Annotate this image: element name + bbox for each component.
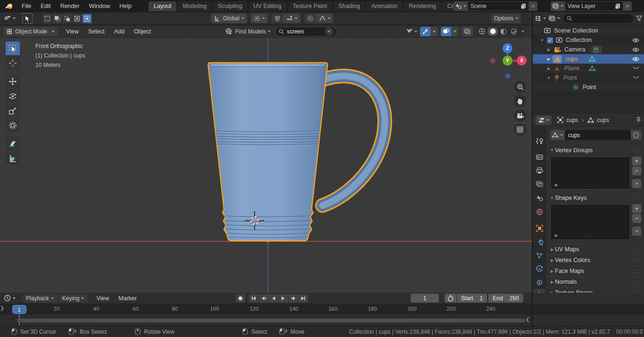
play-reverse-button[interactable] xyxy=(269,294,278,303)
vertex-groups-list[interactable]: ▶ :::: xyxy=(550,156,630,189)
viewport-menu-view[interactable]: View xyxy=(61,28,83,35)
playhead[interactable]: 1 xyxy=(12,305,26,314)
shading-dropdown[interactable] xyxy=(521,31,524,33)
playback-dropdown[interactable]: Playback xyxy=(22,294,58,303)
panel-grip-icon[interactable]: :::: xyxy=(634,279,641,285)
panel-uv-maps[interactable]: ▶UV Maps:::: xyxy=(546,244,644,255)
scene-name-field[interactable]: Scene xyxy=(468,1,529,11)
visibility-closed-eye-icon[interactable] xyxy=(633,66,639,70)
disclosure-down-icon[interactable]: ▼ xyxy=(546,76,552,80)
outliner-filter-icon[interactable] xyxy=(636,16,642,21)
timeline-menu-marker[interactable]: Marker xyxy=(114,295,141,302)
blender-logo-icon[interactable] xyxy=(5,3,13,9)
show-overlays-toggle-icon[interactable] xyxy=(441,27,451,36)
breadcrumb-data-label[interactable]: cups xyxy=(597,117,609,123)
find-models-dropdown[interactable]: Find Models xyxy=(225,28,271,35)
timeline-ruler[interactable]: 20 40 60 80 100 120 140 160 180 200 220 … xyxy=(0,304,644,314)
list-filter-toggle-icon[interactable]: ▶ xyxy=(553,233,559,238)
select-mode-extend-icon[interactable] xyxy=(53,14,62,23)
perspective-toggle-icon[interactable] xyxy=(514,123,526,136)
disclosure-right-icon[interactable]: ▶ xyxy=(546,48,552,52)
tab-object-icon[interactable] xyxy=(533,222,545,234)
tab-modeling[interactable]: Modeling xyxy=(177,1,212,11)
shading-solid-icon[interactable] xyxy=(487,27,498,36)
tab-output-icon[interactable] xyxy=(533,164,545,177)
use-preview-range-icon[interactable] xyxy=(445,294,456,303)
fake-user-shield-icon[interactable] xyxy=(631,130,641,140)
menu-window[interactable]: Window xyxy=(84,3,115,9)
view-layer-type-icon[interactable] xyxy=(551,1,565,11)
mug-body[interactable] xyxy=(208,63,327,242)
play-button[interactable] xyxy=(279,294,288,303)
visibility-eye-icon[interactable] xyxy=(632,38,639,43)
pan-view-icon[interactable] xyxy=(514,95,526,107)
select-mode-invert-icon[interactable] xyxy=(73,14,82,23)
viewport-menu-add[interactable]: Add xyxy=(109,28,129,35)
disclosure-right-icon[interactable]: ▶ xyxy=(546,57,552,61)
active-tool-icon[interactable] xyxy=(22,13,33,24)
editor-type-dropdown[interactable] xyxy=(4,15,16,22)
axis-y-ball[interactable]: Y xyxy=(503,56,512,66)
current-frame-field[interactable]: 1 xyxy=(411,294,439,303)
panel-grip-icon[interactable]: :::: xyxy=(634,258,641,263)
panel-divider[interactable] xyxy=(532,12,533,326)
tool-select-box-icon[interactable] xyxy=(6,41,20,55)
list-resize-grip-icon[interactable]: :::: xyxy=(586,233,594,238)
panel-vertex-groups[interactable]: ▼ Vertex Groups :::: xyxy=(546,145,644,156)
visibility-eye-icon[interactable] xyxy=(632,57,639,62)
tool-scale-icon[interactable] xyxy=(6,104,20,117)
object-visibility-dropdown[interactable] xyxy=(405,28,417,34)
shape-keys-list[interactable]: ▶ :::: xyxy=(550,204,630,240)
outliner-search-input[interactable] xyxy=(563,14,633,23)
mode-dropdown[interactable]: Object Mode xyxy=(4,27,58,36)
add-vertex-group-button[interactable]: + xyxy=(632,156,641,165)
tab-shading[interactable]: Shading xyxy=(333,1,365,11)
snap-toggle-magnet-icon[interactable] xyxy=(272,14,283,23)
tab-tool-icon[interactable] xyxy=(533,135,545,147)
auto-keying-record-icon[interactable] xyxy=(236,294,245,303)
search-history-dropdown[interactable] xyxy=(325,28,333,35)
next-keyframe-button[interactable] xyxy=(289,294,298,303)
unlink-scene-icon[interactable]: ✕ xyxy=(529,1,537,11)
collection-checkbox[interactable]: ✓ xyxy=(547,37,553,43)
mug-model[interactable] xyxy=(0,38,532,293)
outliner-row-point-light-data[interactable]: Point xyxy=(533,82,644,92)
shading-material-icon[interactable] xyxy=(499,28,508,35)
disclosure-down-icon[interactable]: ▼ xyxy=(539,38,545,42)
remove-view-layer-icon[interactable]: ✕ xyxy=(623,1,632,11)
timeline-scrollbar[interactable] xyxy=(17,319,525,322)
keying-dropdown[interactable]: Keying xyxy=(58,294,88,303)
options-dropdown[interactable]: Options xyxy=(491,14,521,23)
tab-particles-icon[interactable] xyxy=(533,249,545,262)
mug-handle[interactable] xyxy=(322,76,385,205)
menu-help[interactable]: Help xyxy=(115,3,136,9)
add-shape-key-button[interactable]: + xyxy=(632,204,641,213)
outliner-display-mode-dropdown[interactable] xyxy=(549,16,560,22)
tab-layout[interactable]: Layout xyxy=(149,1,177,11)
shading-wireframe-icon[interactable] xyxy=(477,28,487,35)
snap-settings-dropdown[interactable] xyxy=(283,14,300,23)
jump-to-end-button[interactable] xyxy=(298,294,308,303)
camera-view-icon[interactable] xyxy=(514,109,526,122)
visibility-eye-icon[interactable] xyxy=(632,47,639,52)
menu-edit[interactable]: Edit xyxy=(36,3,56,9)
axis-minus-z-dot[interactable] xyxy=(505,74,511,79)
menu-render[interactable]: Render xyxy=(56,3,84,9)
vertex-group-specials-menu[interactable] xyxy=(632,179,641,188)
outliner-row-cups-selected[interactable]: ▶ cups xyxy=(533,54,644,64)
model-search-field[interactable]: screen xyxy=(275,27,337,36)
new-view-layer-icon[interactable] xyxy=(615,3,620,9)
region-toggle-left-icon[interactable]: ❯ xyxy=(0,305,4,311)
tab-animation[interactable]: Animation xyxy=(366,1,403,11)
tab-texture-paint[interactable]: Texture Paint xyxy=(288,1,332,11)
properties-editor-type-dropdown[interactable] xyxy=(536,115,552,125)
tab-sculpting[interactable]: Sculpting xyxy=(213,1,247,11)
viewport-3d[interactable]: Front Orthographic (1) Collection | cups… xyxy=(0,38,532,293)
tool-cursor-icon[interactable] xyxy=(6,56,20,70)
new-scene-icon[interactable] xyxy=(520,3,526,9)
timeline-editor-type-dropdown[interactable] xyxy=(4,295,16,302)
mesh-browse-dropdown[interactable] xyxy=(550,130,565,140)
panel-grip-icon[interactable]: :::: xyxy=(634,269,641,274)
axis-z-ball[interactable]: Z xyxy=(503,43,512,53)
visibility-closed-eye-icon[interactable] xyxy=(633,76,639,80)
